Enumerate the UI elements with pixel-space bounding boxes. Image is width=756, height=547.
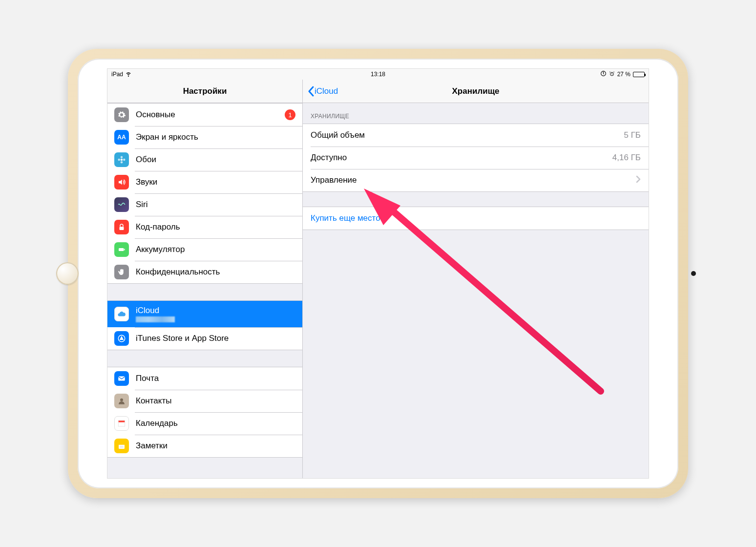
detail-header: iCloud Хранилище [303,80,649,103]
flower-icon [114,152,129,167]
svg-point-6 [123,159,126,161]
sidebar-item-calendar[interactable]: Календарь [107,412,302,435]
row-label: Экран и яркость [136,132,198,142]
battery-percent: 27 % [617,71,630,78]
cloud-icon [114,307,129,321]
sidebar-group-accounts: iCloud iTunes Store и App Store [107,300,302,350]
svg-rect-14 [118,422,125,426]
back-label: iCloud [315,86,338,96]
lock-icon [114,220,129,234]
home-button[interactable] [56,262,79,285]
sidebar-item-sounds[interactable]: Звуки [107,171,302,193]
device-label: iPad [111,71,123,78]
sidebar-item-itunes[interactable]: iTunes Store и App Store [107,327,302,350]
brightness-icon: AA [114,130,129,145]
cell-buy-more-storage[interactable]: Купить еще место [303,207,649,230]
detail-title: Хранилище [452,86,500,96]
alarm-icon [609,71,615,78]
cell-value: 5 ГБ [624,130,641,140]
svg-rect-13 [118,421,125,422]
account-email-redacted [136,316,175,322]
row-label: iCloud [136,306,175,316]
cell-available-storage: Доступно 4,16 ГБ [303,147,649,169]
chevron-right-icon [636,175,641,186]
buy-more-group: Купить еще место [303,207,649,230]
sidebar-group-apps: Почта Контакты Календарь Заметки [107,367,302,458]
row-label: Календарь [136,419,178,428]
row-label: Siri [136,200,148,210]
svg-rect-7 [120,227,124,230]
cell-value: 4,16 ГБ [612,153,641,163]
sidebar-item-notes[interactable]: Заметки [107,435,302,457]
sidebar-group-general: Основные 1 AA Экран и яркость Обои [107,103,302,284]
sidebar-title: Настройки [107,80,302,103]
hand-icon [114,265,129,279]
cell-total-storage: Общий объем 5 ГБ [303,124,649,147]
sidebar-item-general[interactable]: Основные 1 [107,104,302,126]
row-label: Аккумулятор [136,245,185,254]
settings-sidebar: Настройки Основные 1 AA Экран и яркость [107,80,303,478]
chevron-left-icon [308,86,315,97]
sidebar-item-passcode[interactable]: Код-пароль [107,216,302,238]
row-label: Обои [136,155,156,165]
section-header-storage: ХРАНИЛИЩЕ [303,103,649,124]
orientation-lock-icon [600,70,607,78]
battery-icon [114,242,129,257]
row-label: Контакты [136,396,171,406]
svg-point-12 [120,399,123,401]
row-label: Заметки [136,441,168,451]
svg-point-5 [118,159,121,161]
speaker-icon [114,175,129,189]
calendar-icon [114,416,129,431]
svg-point-3 [121,156,123,159]
sidebar-item-siri[interactable]: Siri [107,193,302,216]
detail-pane: iCloud Хранилище ХРАНИЛИЩЕ Общий объем 5… [303,80,649,478]
clock: 13:18 [371,71,385,78]
sidebar-item-contacts[interactable]: Контакты [107,390,302,412]
back-button[interactable]: iCloud [308,86,338,97]
cell-label: Общий объем [311,130,365,140]
svg-point-2 [121,159,123,161]
appstore-icon [114,331,129,346]
sidebar-item-privacy[interactable]: Конфиденциальность [107,261,302,283]
sidebar-item-mail[interactable]: Почта [107,367,302,390]
sidebar-item-display[interactable]: AA Экран и яркость [107,126,302,148]
front-camera [691,271,696,276]
badge: 1 [285,109,295,120]
svg-rect-9 [124,249,125,251]
battery-icon [633,72,645,77]
cell-label: Доступно [311,153,347,163]
sidebar-item-wallpaper[interactable]: Обои [107,148,302,171]
cell-label: Управление [311,175,357,185]
cell-label: Купить еще место [311,213,380,223]
svg-point-4 [121,161,123,164]
contacts-icon [114,394,129,408]
status-bar: iPad 13:18 27 % [107,69,649,80]
mail-icon [114,371,129,386]
row-label: Почта [136,374,159,383]
siri-icon [114,197,129,212]
storage-info-group: Общий объем 5 ГБ Доступно 4,16 ГБ Управл… [303,124,649,192]
sidebar-item-battery[interactable]: Аккумулятор [107,238,302,261]
svg-rect-8 [119,248,124,251]
row-label: Код-пароль [136,222,180,232]
row-label: Звуки [136,177,157,187]
wifi-icon [125,70,132,79]
row-label: iTunes Store и App Store [136,334,229,343]
svg-rect-17 [119,443,125,445]
notes-icon [114,439,129,453]
row-label: Конфиденциальность [136,267,220,277]
cell-manage-storage[interactable]: Управление [303,169,649,191]
sidebar-item-icloud[interactable]: iCloud [107,301,302,327]
row-label: Основные [136,110,175,120]
gear-icon [114,107,129,122]
